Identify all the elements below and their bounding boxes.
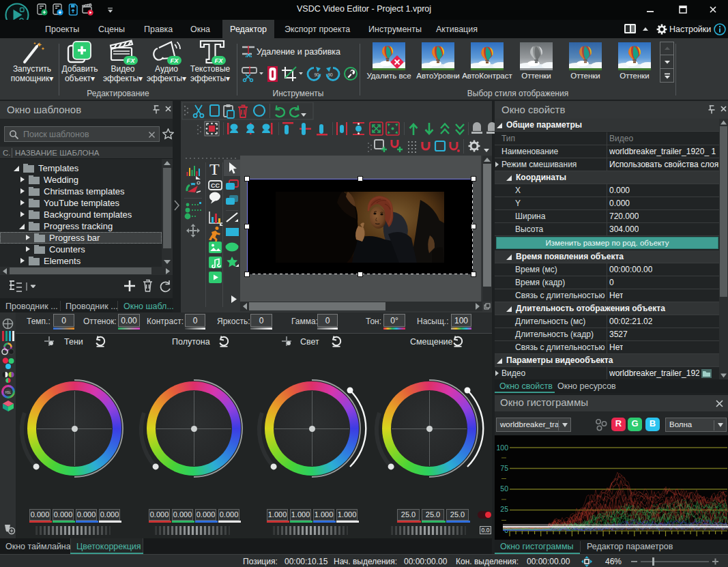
- svg-text:75: 75: [500, 464, 508, 472]
- svg-text:90: 90: [314, 72, 319, 77]
- svg-text:T: T: [209, 160, 220, 178]
- svg-text:FX: FX: [214, 57, 223, 64]
- svg-text:FX: FX: [170, 57, 179, 64]
- svg-text:HSL: HSL: [5, 391, 12, 394]
- svg-text:25: 25: [500, 505, 508, 513]
- svg-text:100: 100: [496, 444, 508, 452]
- svg-text:CC: CC: [211, 182, 220, 189]
- svg-text:FX: FX: [126, 57, 135, 64]
- svg-text:90: 90: [327, 72, 333, 77]
- svg-text:50: 50: [500, 484, 508, 493]
